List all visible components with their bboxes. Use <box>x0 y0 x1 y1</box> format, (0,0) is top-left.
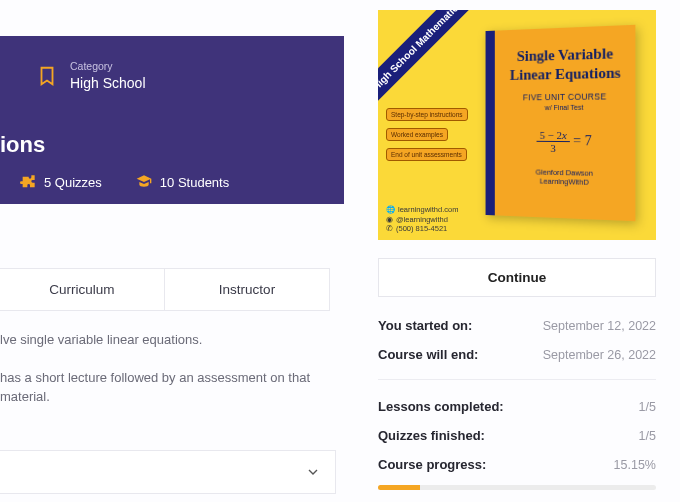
quizzes-meta: 5 Quizzes <box>20 174 102 190</box>
tab-curriculum[interactable]: Curriculum <box>0 269 165 310</box>
progress-row: Course progress: 15.15% <box>378 450 656 479</box>
chevron-down-icon <box>305 464 321 480</box>
desc-line-1: lve single variable linear equations. <box>0 330 340 350</box>
desc-line-2: has a short lecture followed by an asses… <box>0 368 340 407</box>
started-label: You started on: <box>378 318 472 333</box>
section-expander[interactable] <box>0 450 336 494</box>
cover-badge-3: End of unit assessments <box>386 148 467 161</box>
course-cover: High School Mathematics Step-by-step ins… <box>378 10 656 240</box>
cover-socials: 🌐learningwithd.com ◉@learningwithd ✆(500… <box>386 205 458 234</box>
continue-button[interactable]: Continue <box>378 258 656 297</box>
book-equation: 5 − 2x3 = 7 <box>506 128 625 154</box>
course-hero: Category High School ions 5 Quizzes 10 S… <box>0 36 344 204</box>
lessons-label: Lessons completed: <box>378 399 504 414</box>
progress-label: Course progress: <box>378 457 486 472</box>
category-value[interactable]: High School <box>70 75 146 91</box>
lessons-row: Lessons completed: 1/5 <box>378 392 656 421</box>
book-mock: Single Variable Linear Equations FIVE UN… <box>486 25 636 221</box>
started-row: You started on: September 12, 2022 <box>378 311 656 340</box>
category-row: Category High School <box>36 60 146 92</box>
quizzes-count: 5 Quizzes <box>44 175 102 190</box>
progress-bar <box>378 485 656 490</box>
end-value: September 26, 2022 <box>543 348 656 362</box>
globe-icon: 🌐 <box>386 205 395 215</box>
cover-ribbon: High School Mathematics <box>378 10 478 107</box>
tab-instructor[interactable]: Instructor <box>165 269 329 310</box>
quizzes-value: 1/5 <box>639 429 656 443</box>
phone-icon: ✆ <box>386 224 393 234</box>
end-row: Course will end: September 26, 2022 <box>378 340 656 369</box>
course-sidebar: High School Mathematics Step-by-step ins… <box>378 10 656 490</box>
course-tabs: Curriculum Instructor <box>0 268 330 311</box>
end-label: Course will end: <box>378 347 478 362</box>
social-icon: ◉ <box>386 215 393 225</box>
divider <box>378 379 656 380</box>
cover-badge-1: Step-by-step instructions <box>386 108 468 121</box>
book-title: Single Variable Linear Equations <box>506 44 625 85</box>
book-author: Glenford Dawson LearningWithD <box>506 166 625 187</box>
students-count: 10 Students <box>160 175 229 190</box>
quizzes-row: Quizzes finished: 1/5 <box>378 421 656 450</box>
graduation-icon <box>136 174 152 190</box>
course-description: lve single variable linear equations. ha… <box>0 330 340 425</box>
book-subtitle: FIVE UNIT COURSE <box>506 91 625 102</box>
course-meta: 5 Quizzes 10 Students <box>20 174 229 190</box>
bookmark-icon <box>36 63 58 89</box>
puzzle-icon <box>20 174 36 190</box>
progress-value: 15.15% <box>614 458 656 472</box>
started-value: September 12, 2022 <box>543 319 656 333</box>
cover-badge-2: Worked examples <box>386 128 448 141</box>
course-title-fragment: ions <box>0 132 53 158</box>
lessons-value: 1/5 <box>639 400 656 414</box>
book-subtitle2: w/ Final Test <box>506 103 625 111</box>
category-label: Category <box>70 60 146 72</box>
quizzes-label: Quizzes finished: <box>378 428 485 443</box>
students-meta: 10 Students <box>136 174 229 190</box>
